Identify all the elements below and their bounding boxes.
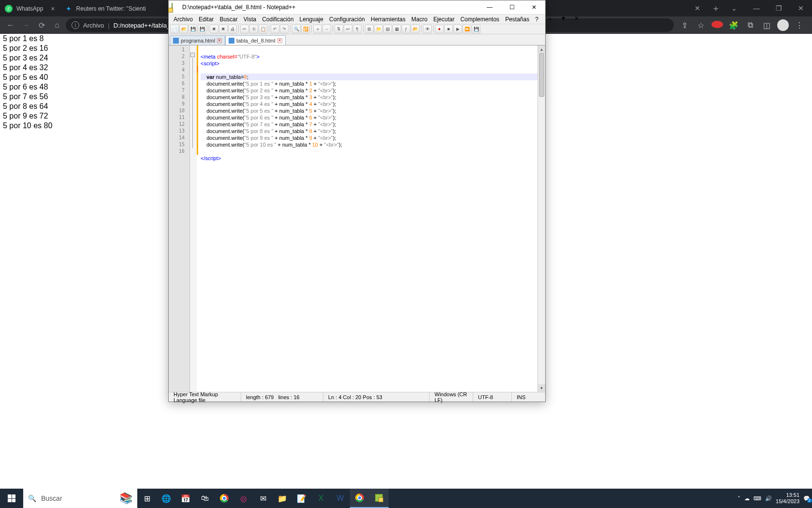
- doc-list-icon[interactable]: ▦: [392, 25, 401, 33]
- code-content[interactable]: <meta charset="UTF-8"><script> var num_t…: [190, 45, 545, 392]
- menu-editar[interactable]: Editar: [196, 15, 217, 24]
- sync-scroll-icon[interactable]: ⇅: [334, 25, 343, 33]
- tray-volume-icon[interactable]: 🔊: [765, 495, 772, 502]
- menu-buscar[interactable]: Buscar: [217, 15, 240, 24]
- chrome-tab-whatsapp[interactable]: ✆ WhatsApp ×: [0, 1, 60, 16]
- find-icon[interactable]: 🔍: [292, 25, 301, 33]
- home-button[interactable]: ⌂: [50, 18, 64, 32]
- tabs-dropdown-icon[interactable]: ⌄: [723, 0, 745, 16]
- taskbar-onenote-icon[interactable]: 📝: [292, 489, 311, 508]
- menu-herramientas[interactable]: Herramientas: [368, 15, 408, 24]
- stop-macro-icon[interactable]: ■: [444, 25, 453, 33]
- redo-icon[interactable]: ↷: [280, 25, 289, 33]
- replace-icon[interactable]: 🔁: [301, 25, 310, 33]
- close-button[interactable]: ✕: [523, 0, 545, 14]
- close-all-icon[interactable]: ✖: [219, 25, 228, 33]
- scroll-down-icon[interactable]: ▼: [538, 384, 545, 392]
- maximize-button[interactable]: ☐: [501, 0, 523, 14]
- new-tab-button[interactable]: ＋: [709, 1, 723, 15]
- taskbar-search[interactable]: 🔍 Buscar 📚: [23, 489, 137, 508]
- back-button[interactable]: ←: [4, 18, 17, 32]
- menu-pestanas[interactable]: Pestañas: [502, 15, 532, 24]
- menu-dropdown-icon[interactable]: ▼: [558, 14, 569, 24]
- close-icon[interactable]: ×: [51, 5, 55, 13]
- side-panel-icon[interactable]: ◫: [761, 21, 772, 30]
- tray-clock[interactable]: 13:51 15/4/2023: [776, 492, 799, 505]
- indent-guide-icon[interactable]: ⊞: [365, 25, 374, 33]
- scroll-up-icon[interactable]: ▲: [538, 45, 545, 53]
- menu-configuracion[interactable]: Configuración: [326, 15, 368, 24]
- copy-icon[interactable]: ⎘: [249, 25, 258, 33]
- taskbar-npp-running-icon[interactable]: [369, 489, 389, 508]
- chrome-tab-twitter[interactable]: ✦ Reuters en Twitter: "Scienti: [60, 1, 151, 16]
- taskbar-edge-icon[interactable]: 🌐: [157, 489, 176, 508]
- extension-icon[interactable]: [711, 21, 723, 30]
- save-macro-icon[interactable]: 💾: [472, 25, 480, 33]
- taskbar-mail-icon[interactable]: ✉: [253, 489, 273, 508]
- reading-list-icon[interactable]: ⧉: [744, 21, 756, 30]
- start-button[interactable]: [0, 489, 23, 508]
- task-view-icon[interactable]: ⊞: [137, 489, 157, 508]
- tray-onedrive-icon[interactable]: ☁: [744, 495, 750, 502]
- new-file-icon[interactable]: 📄: [170, 25, 179, 33]
- save-icon[interactable]: 💾: [188, 25, 197, 33]
- show-chars-icon[interactable]: ¶: [353, 25, 362, 33]
- fast-macro-icon[interactable]: ⏩: [463, 25, 471, 33]
- doc-map-icon[interactable]: ▤: [383, 25, 392, 33]
- cut-icon[interactable]: ✂: [240, 25, 249, 33]
- share-icon[interactable]: ⇪: [679, 21, 690, 30]
- taskbar-chrome-running-icon[interactable]: [350, 489, 369, 508]
- vertical-scrollbar[interactable]: ▲ ▼: [537, 45, 545, 392]
- editor-area[interactable]: 12345678910111213141516 − <meta charset=…: [169, 45, 545, 392]
- close-file-icon[interactable]: ✖: [210, 25, 218, 33]
- menu-ejecutar[interactable]: Ejecutar: [430, 15, 457, 24]
- forward-button[interactable]: →: [19, 18, 33, 32]
- npp-tab-tabla[interactable]: tabla_del_8.html ×: [225, 35, 286, 45]
- scroll-thumb[interactable]: [539, 53, 544, 97]
- taskbar-excel-icon[interactable]: X: [311, 489, 331, 508]
- menu-plus-icon[interactable]: ＋: [544, 14, 556, 24]
- profile-avatar[interactable]: [777, 19, 789, 31]
- folder-icon[interactable]: 📁: [374, 25, 383, 33]
- play-macro-icon[interactable]: ▶: [453, 25, 462, 33]
- chrome-close-icon[interactable]: ✕: [686, 0, 709, 16]
- window-minimize-icon[interactable]: ―: [745, 0, 768, 16]
- site-info-icon[interactable]: i: [72, 21, 79, 29]
- chrome-menu-icon[interactable]: ⋮: [794, 21, 805, 30]
- tab-close-icon[interactable]: ×: [277, 38, 282, 43]
- fold-column[interactable]: −: [190, 45, 197, 392]
- menu-codificacion[interactable]: Codificación: [259, 15, 296, 24]
- taskbar-chrome-icon[interactable]: [215, 489, 234, 508]
- open-file-icon[interactable]: 📂: [179, 25, 188, 33]
- menu-lenguaje[interactable]: Lenguaje: [297, 15, 326, 24]
- menu-macro[interactable]: Macro: [408, 15, 430, 24]
- record-macro-icon[interactable]: ●: [435, 25, 444, 33]
- folder-workspace-icon[interactable]: 📂: [411, 25, 420, 33]
- tray-keyboard-icon[interactable]: ⌨: [754, 495, 761, 502]
- taskbar-store-icon[interactable]: 🛍: [195, 489, 215, 508]
- reload-button[interactable]: ⟳: [35, 18, 48, 32]
- taskbar-calendar-icon[interactable]: 📅: [176, 489, 195, 508]
- tray-notifications-icon[interactable]: 💬2: [803, 495, 810, 502]
- paste-icon[interactable]: 📋: [259, 25, 267, 33]
- window-close-icon[interactable]: ✕: [790, 0, 812, 16]
- func-list-icon[interactable]: ƒ: [402, 25, 410, 33]
- tray-chevron-icon[interactable]: ˄: [738, 495, 740, 502]
- npp-tab-programa[interactable]: programa.html ×: [170, 35, 225, 45]
- taskbar-app-icon[interactable]: ◎: [234, 489, 253, 508]
- menu-vista[interactable]: Vista: [241, 15, 259, 24]
- taskbar-word-icon[interactable]: W: [331, 489, 350, 508]
- window-maximize-icon[interactable]: ❐: [768, 0, 790, 16]
- save-all-icon[interactable]: 💾: [198, 25, 206, 33]
- menu-archivo[interactable]: Archivo: [171, 15, 196, 24]
- zoom-in-icon[interactable]: ＋: [313, 25, 322, 33]
- menu-complementos[interactable]: Complementos: [457, 15, 502, 24]
- extensions-icon[interactable]: 🧩: [728, 21, 740, 30]
- bookmark-icon[interactable]: ☆: [695, 21, 707, 30]
- monitor-icon[interactable]: 👁: [423, 25, 432, 33]
- undo-icon[interactable]: ↶: [271, 25, 279, 33]
- tab-close-icon[interactable]: ×: [217, 38, 222, 43]
- wrap-icon[interactable]: ↩: [344, 25, 352, 33]
- fold-box-icon[interactable]: −: [190, 53, 195, 57]
- menu-x-icon[interactable]: ✕: [571, 14, 582, 24]
